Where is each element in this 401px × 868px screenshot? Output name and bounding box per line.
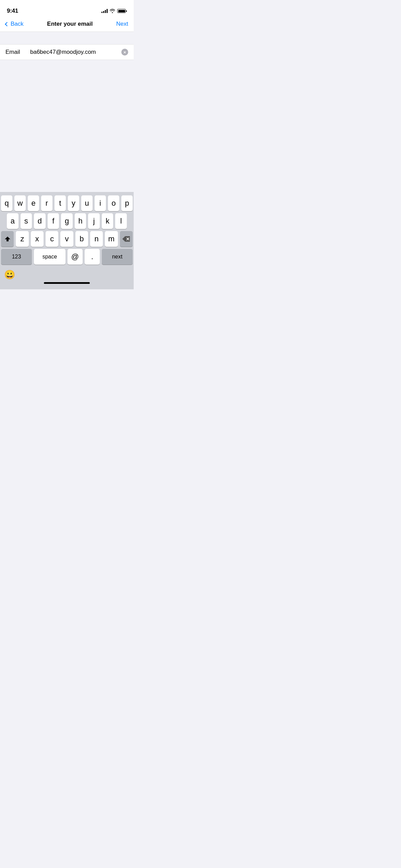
space-key[interactable]: space	[34, 249, 65, 265]
keyboard-row-3: z x c v b n m	[0, 231, 134, 247]
signal-bar-3	[105, 10, 106, 13]
keyboard-bottom-bar: 😀	[0, 267, 134, 281]
battery-fill	[118, 10, 125, 12]
key-v[interactable]: v	[60, 231, 73, 247]
battery-tip	[126, 10, 127, 12]
key-t[interactable]: t	[54, 195, 66, 211]
keyboard-spacer	[0, 192, 134, 195]
back-button[interactable]: Back	[5, 21, 24, 27]
keyboard: q w e r t y u i o p a s d f g h j k l z …	[0, 192, 134, 289]
keyboard-row-2: a s d f g h j k l	[0, 213, 134, 229]
email-label: Email	[5, 49, 26, 56]
backspace-key[interactable]	[120, 231, 133, 247]
keyboard-next-key[interactable]: next	[102, 249, 133, 265]
keyboard-row-1: q w e r t y u i o p	[0, 195, 134, 211]
keyboard-row-bottom: 123 space @ . next	[0, 249, 134, 265]
key-m[interactable]: m	[105, 231, 118, 247]
section-spacer	[0, 32, 134, 44]
home-indicator	[44, 282, 90, 284]
nav-bar: Back Enter your email Next	[0, 17, 134, 32]
status-bar: 9:41	[0, 0, 134, 17]
key-k[interactable]: k	[102, 213, 113, 229]
email-row: Email ba6bec47@moodjoy.com ×	[0, 44, 134, 60]
back-label: Back	[11, 21, 24, 27]
key-a[interactable]: a	[7, 213, 19, 229]
emoji-button[interactable]: 😀	[4, 269, 15, 280]
key-x[interactable]: x	[31, 231, 44, 247]
home-indicator-row	[0, 281, 134, 289]
key-d[interactable]: d	[34, 213, 46, 229]
clear-icon: ×	[123, 50, 126, 55]
key-w[interactable]: w	[14, 195, 26, 211]
content-area	[0, 60, 134, 135]
key-s[interactable]: s	[21, 213, 32, 229]
key-e[interactable]: e	[28, 195, 39, 211]
status-icons	[101, 9, 127, 13]
back-chevron-icon	[5, 22, 9, 26]
key-i[interactable]: i	[95, 195, 106, 211]
key-p[interactable]: p	[121, 195, 133, 211]
battery-icon	[117, 9, 127, 13]
key-q[interactable]: q	[1, 195, 12, 211]
clear-email-button[interactable]: ×	[121, 49, 128, 56]
signal-bar-4	[107, 9, 108, 13]
key-z[interactable]: z	[16, 231, 28, 247]
next-button[interactable]: Next	[116, 21, 128, 27]
key-h[interactable]: h	[75, 213, 86, 229]
key-c[interactable]: c	[46, 231, 58, 247]
key-g[interactable]: g	[61, 213, 73, 229]
at-key[interactable]: @	[68, 249, 83, 265]
key-j[interactable]: j	[88, 213, 100, 229]
numbers-key[interactable]: 123	[1, 249, 32, 265]
key-l[interactable]: l	[115, 213, 127, 229]
page-title: Enter your email	[47, 21, 93, 27]
key-n[interactable]: n	[90, 231, 103, 247]
key-o[interactable]: o	[108, 195, 119, 211]
signal-bar-2	[103, 11, 104, 13]
signal-bar-1	[101, 12, 102, 13]
key-y[interactable]: y	[68, 195, 79, 211]
signal-icon	[101, 9, 108, 13]
shift-key[interactable]	[1, 231, 14, 247]
key-u[interactable]: u	[81, 195, 93, 211]
period-key[interactable]: .	[85, 249, 100, 265]
key-r[interactable]: r	[41, 195, 52, 211]
key-f[interactable]: f	[48, 213, 59, 229]
battery-body	[117, 9, 126, 13]
email-value: ba6bec47@moodjoy.com	[30, 49, 121, 56]
wifi-icon	[110, 9, 115, 13]
status-time: 9:41	[7, 8, 18, 14]
key-b[interactable]: b	[75, 231, 88, 247]
